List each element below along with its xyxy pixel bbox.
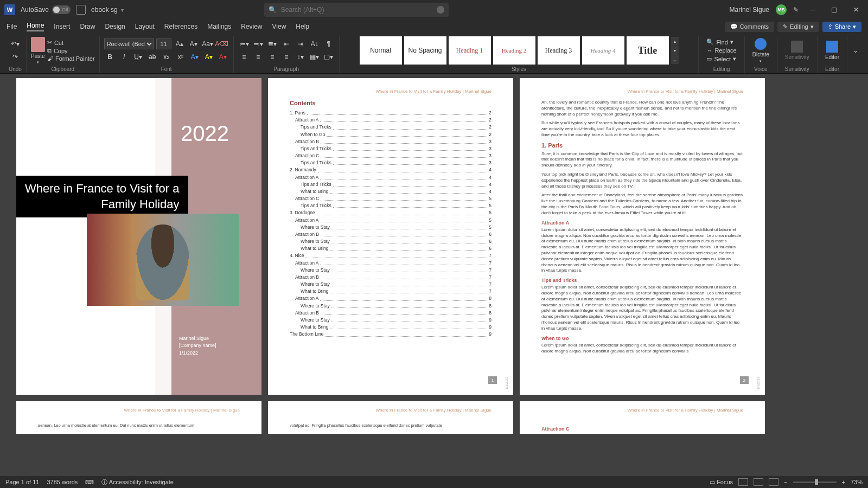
underline-button[interactable]: U▾ bbox=[132, 51, 144, 63]
toc-row[interactable]: 3. Dordogne5 bbox=[290, 209, 492, 216]
toc-row[interactable]: Attraction A5 bbox=[290, 217, 492, 224]
tab-insert[interactable]: Insert bbox=[54, 23, 70, 30]
search-input[interactable] bbox=[281, 6, 432, 14]
status-accessibility[interactable]: ⓘ Accessibility: Investigate bbox=[101, 478, 174, 486]
strike-button[interactable]: ab bbox=[146, 51, 158, 63]
page-cover[interactable]: 2022 Where in France to Visit for aFamil… bbox=[16, 78, 261, 395]
line-spacing-button[interactable]: ↕▾ bbox=[295, 51, 307, 63]
italic-button[interactable]: I bbox=[118, 51, 130, 63]
toc-row[interactable]: Where to Stay7 bbox=[290, 267, 492, 274]
autosave-toggle[interactable]: Off bbox=[52, 5, 71, 14]
tab-design[interactable]: Design bbox=[105, 23, 125, 30]
toc-row[interactable]: 4. Nice7 bbox=[290, 252, 492, 259]
zoom-value[interactable]: 73% bbox=[851, 479, 863, 485]
page-toc[interactable]: Where in France to Visit for a Family Ho… bbox=[268, 78, 513, 395]
grow-font-button[interactable]: A▴ bbox=[174, 38, 186, 50]
subscript-button[interactable]: x₂ bbox=[161, 51, 173, 63]
toc-row[interactable]: Attraction A2 bbox=[290, 117, 492, 124]
focus-button[interactable]: ▭ Focus bbox=[710, 479, 733, 486]
ribbon-mode-icon[interactable]: ✎ bbox=[793, 6, 799, 14]
style-heading1[interactable]: Heading 1 bbox=[449, 36, 491, 65]
change-case-button[interactable]: Aa▾ bbox=[202, 38, 214, 50]
page-peek[interactable]: Where in France to Visit for a Family Ho… bbox=[268, 401, 513, 434]
align-center-button[interactable]: ≡ bbox=[252, 51, 264, 63]
save-icon[interactable] bbox=[76, 5, 86, 15]
toc-row[interactable]: Attraction B3 bbox=[290, 138, 492, 145]
bullets-button[interactable]: ≔▾ bbox=[238, 38, 250, 50]
chevron-down-icon[interactable]: ▾ bbox=[121, 7, 124, 13]
numbering-button[interactable]: ≕▾ bbox=[252, 38, 264, 50]
toc-row[interactable]: Attraction B6 bbox=[290, 231, 492, 238]
status-words[interactable]: 3785 words bbox=[47, 479, 78, 485]
toc-row[interactable]: The Bottom Line9 bbox=[290, 331, 492, 338]
ribbon-collapse[interactable]: ⌄ bbox=[847, 36, 864, 73]
bold-button[interactable]: B bbox=[104, 51, 116, 63]
maximize-button[interactable]: ▢ bbox=[827, 6, 842, 14]
page-peek[interactable]: Where in France to Visit for a Family Ho… bbox=[520, 401, 765, 434]
show-marks-button[interactable]: ¶ bbox=[323, 38, 335, 50]
chevron-down-icon[interactable]: ⌄ bbox=[850, 44, 861, 56]
view-print-button[interactable] bbox=[754, 478, 763, 486]
status-lang-icon[interactable]: ⌨ bbox=[85, 479, 94, 486]
clear-format-button[interactable]: A⌫ bbox=[216, 38, 228, 50]
toc-row[interactable]: Tips and Tricks3 bbox=[290, 145, 492, 152]
format-painter-button[interactable]: 🖌 Format Painter bbox=[47, 55, 95, 62]
find-button[interactable]: 🔍 Find ▾ bbox=[706, 38, 736, 46]
editor-button[interactable]: Editor bbox=[822, 40, 843, 61]
toc-row[interactable]: Attraction C5 bbox=[290, 195, 492, 202]
document-name[interactable]: ebook sg bbox=[91, 6, 118, 14]
zoom-in-button[interactable]: + bbox=[842, 479, 845, 485]
shrink-font-button[interactable]: A▾ bbox=[188, 38, 200, 50]
zoom-out-button[interactable]: − bbox=[784, 479, 787, 485]
select-button[interactable]: ▭ Select ▾ bbox=[706, 55, 736, 62]
toc-row[interactable]: Tips and Tricks3 bbox=[290, 159, 492, 166]
inc-indent-button[interactable]: ⇥ bbox=[295, 38, 307, 50]
style-normal[interactable]: Normal bbox=[360, 36, 402, 65]
view-web-button[interactable] bbox=[769, 478, 778, 486]
justify-button[interactable]: ≡ bbox=[280, 51, 292, 63]
tab-draw[interactable]: Draw bbox=[80, 23, 95, 30]
toc-row[interactable]: What to Bring9 bbox=[290, 324, 492, 331]
tab-mailings[interactable]: Mailings bbox=[207, 23, 231, 30]
toc-row[interactable]: Where to Stay9 bbox=[290, 317, 492, 324]
shading-button[interactable]: ▦▾ bbox=[309, 51, 321, 63]
comments-button[interactable]: 💬 Comments bbox=[725, 22, 774, 32]
redo-button[interactable]: ↷ bbox=[9, 51, 21, 63]
font-color-button[interactable]: A▾ bbox=[217, 51, 229, 63]
toc-row[interactable]: Where to Stay5 bbox=[290, 224, 492, 231]
superscript-button[interactable]: x² bbox=[175, 51, 187, 63]
toc-row[interactable]: Attraction B8 bbox=[290, 310, 492, 317]
toc-row[interactable]: Attraction B7 bbox=[290, 274, 492, 281]
share-button[interactable]: ⇪ Share ▾ bbox=[822, 22, 861, 32]
tab-references[interactable]: References bbox=[164, 23, 197, 30]
text-effects-button[interactable]: A▾ bbox=[189, 51, 201, 63]
close-button[interactable]: ✕ bbox=[848, 6, 864, 14]
borders-button[interactable]: ▢▾ bbox=[323, 51, 335, 63]
tab-help[interactable]: Help bbox=[296, 23, 309, 30]
style-heading4[interactable]: Heading 4 bbox=[582, 36, 624, 65]
toc-row[interactable]: Attraction C3 bbox=[290, 152, 492, 159]
font-size-input[interactable] bbox=[156, 38, 171, 49]
tab-review[interactable]: Review bbox=[241, 23, 262, 30]
align-right-button[interactable]: ≡ bbox=[266, 51, 278, 63]
copy-button[interactable]: ⧉ Copy bbox=[47, 47, 95, 54]
page-body[interactable]: Where in France to Visit for a Family Ho… bbox=[520, 78, 765, 395]
toc-row[interactable]: Where to Stay7 bbox=[290, 281, 492, 288]
avatar[interactable]: MS bbox=[776, 4, 787, 15]
align-left-button[interactable]: ≡ bbox=[238, 51, 250, 63]
status-page[interactable]: Page 1 of 11 bbox=[5, 479, 39, 485]
toc-row[interactable]: What to Bring4 bbox=[290, 188, 492, 195]
sort-button[interactable]: A↓ bbox=[309, 38, 321, 50]
mic-icon[interactable] bbox=[437, 6, 444, 14]
toc-row[interactable]: Attraction A8 bbox=[290, 295, 492, 302]
highlight-button[interactable]: A▾ bbox=[203, 51, 215, 63]
tab-file[interactable]: File bbox=[7, 23, 17, 30]
toc-row[interactable]: Tips and Tricks2 bbox=[290, 124, 492, 131]
toc-row[interactable]: Tips and Tricks4 bbox=[290, 181, 492, 188]
toc-row[interactable]: Where to Stay6 bbox=[290, 238, 492, 245]
minimize-button[interactable]: ─ bbox=[805, 6, 820, 14]
toc-row[interactable]: Tips and Tricks5 bbox=[290, 202, 492, 209]
document-canvas[interactable]: 2022 Where in France to Visit for aFamil… bbox=[0, 74, 868, 476]
toc-row[interactable]: Attraction A4 bbox=[290, 174, 492, 181]
toc-row[interactable]: When to Go2 bbox=[290, 131, 492, 138]
